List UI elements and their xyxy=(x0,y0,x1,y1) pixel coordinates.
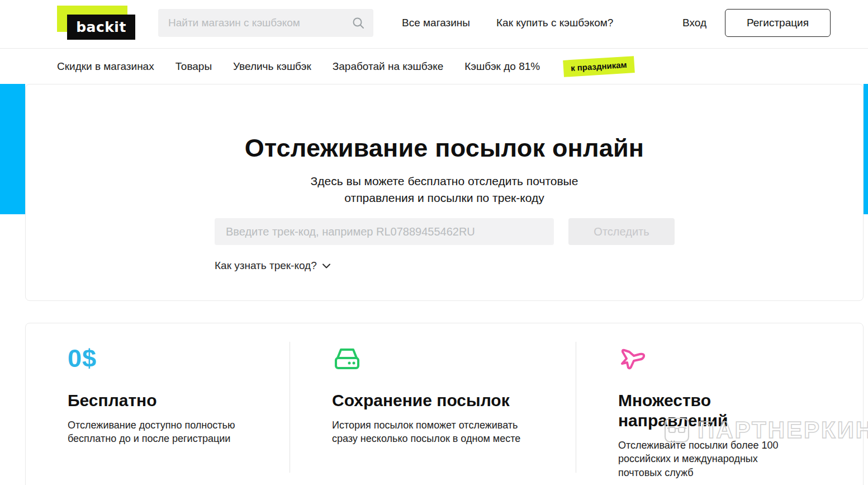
login-link[interactable]: Вход xyxy=(682,17,706,29)
chevron-down-icon xyxy=(322,263,330,269)
feature-saved-parcels: Сохранение посылок История посылок помож… xyxy=(332,346,539,446)
track-code-input[interactable] xyxy=(215,218,554,245)
column-divider xyxy=(576,342,576,473)
register-button[interactable]: Регистрация xyxy=(725,9,831,37)
tracking-hero-card: Отслеживание посылок онлайн Здесь вы мож… xyxy=(25,84,864,301)
logo-text: backit xyxy=(76,19,126,35)
feature-title: Сохранение посылок xyxy=(332,390,539,411)
how-to-buy-link[interactable]: Как купить с кэшбэком? xyxy=(496,17,613,29)
feature-title: Бесплатно xyxy=(68,390,255,411)
feature-title: Множество направлений xyxy=(618,390,800,431)
feature-text: История посылок поможет отслеживать сраз… xyxy=(332,418,539,446)
feature-text: Отслеживайте посылки более 100 российски… xyxy=(618,439,800,479)
left-blue-strip xyxy=(0,84,25,214)
storage-box-icon xyxy=(332,346,362,371)
header: backit Все магазины Как купить с кэшбэко… xyxy=(0,0,868,49)
page-title: Отслеживание посылок онлайн xyxy=(26,134,863,163)
secondary-nav: Скидки в магазинах Товары Увеличь кэшбэк… xyxy=(0,49,868,83)
track-submit-button[interactable]: Отследить xyxy=(568,218,675,245)
nav-item-cashback-81[interactable]: Кэшбэк до 81% xyxy=(464,60,540,73)
holidays-badge[interactable]: к праздникам xyxy=(563,56,634,77)
features-card: 0$ Бесплатно Отслеживание доступно полно… xyxy=(25,323,864,485)
store-search[interactable] xyxy=(158,9,373,37)
logo-black-block: backit xyxy=(67,15,135,40)
how-to-find-track-code-link[interactable]: Как узнать трек-код? xyxy=(215,260,330,272)
search-icon xyxy=(352,17,364,29)
help-link-label: Как узнать трек-код? xyxy=(215,260,317,272)
plane-icon xyxy=(618,346,648,374)
feature-free: 0$ Бесплатно Отслеживание доступно полно… xyxy=(68,346,255,446)
nav-item-goods[interactable]: Товары xyxy=(176,60,212,73)
nav-item-earn-cashback[interactable]: Заработай на кэшбэке xyxy=(333,60,443,73)
nav-item-increase-cashback[interactable]: Увеличь кэшбэк xyxy=(233,60,311,73)
backit-logo[interactable]: backit xyxy=(56,4,135,40)
all-shops-link[interactable]: Все магазины xyxy=(402,17,470,29)
right-blue-strip xyxy=(864,84,868,214)
zero-dollar-icon: 0$ xyxy=(68,346,97,371)
column-divider xyxy=(290,342,290,473)
store-search-input[interactable] xyxy=(168,17,352,29)
page: backit Все магазины Как купить с кэшбэко… xyxy=(0,0,868,485)
feature-many-destinations: Множество направлений Отслеживайте посыл… xyxy=(618,346,800,479)
feature-text: Отслеживание доступно полностью бесплатн… xyxy=(68,418,255,446)
nav-item-discounts[interactable]: Скидки в магазинах xyxy=(57,60,154,73)
page-subtitle: Здесь вы можете бесплатно отследить почт… xyxy=(288,173,601,207)
